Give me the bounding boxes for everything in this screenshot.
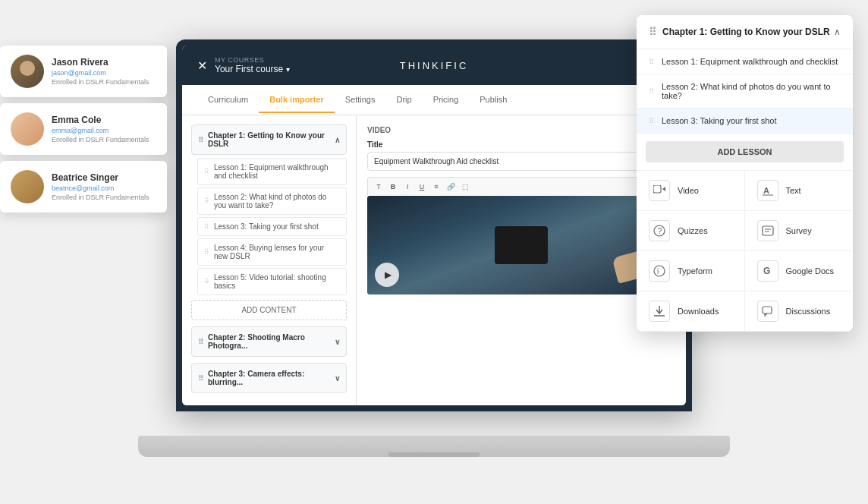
quizzes-type-icon: ? [649, 220, 670, 241]
chapter-2-drag-icon: ⠿ [198, 338, 203, 346]
add-content-button[interactable]: ADD CONTENT [191, 300, 347, 320]
chapter-1-chevron-icon[interactable]: ∧ [335, 136, 340, 144]
survey-type-icon [757, 220, 778, 241]
curriculum-panel: ⠿ Chapter 1: Getting to Know your DSLR ∧… [182, 115, 357, 405]
lesson-type-downloads[interactable]: Downloads [637, 291, 745, 332]
chapter-3-title: Chapter 3: Camera effects: blurring... [208, 370, 335, 386]
lesson-1-3[interactable]: ⠿ Lesson 3: Taking your first shot [197, 217, 347, 236]
app-header: ✕ MY COURSES Your First course THINKIFIC [182, 46, 686, 85]
tab-settings[interactable]: Settings [335, 87, 386, 113]
content-type-label: Video [367, 126, 675, 134]
lesson-1-5-label: Lesson 5: Video tutorial: shooting basic… [214, 273, 340, 290]
svg-text:?: ? [658, 226, 662, 235]
popup-lesson-1[interactable]: ⠿ Lesson 1: Equipment walkthrough and ch… [637, 49, 853, 74]
tab-pricing[interactable]: Pricing [423, 87, 470, 113]
lesson-type-typeform-label: Typeform [678, 266, 712, 276]
discussions-type-icon [757, 301, 778, 322]
popup-lesson-3-drag-icon: ⠿ [649, 117, 654, 125]
chapter-3-chevron-icon[interactable]: ∨ [335, 374, 340, 383]
add-lesson-button[interactable]: ADD LESSON [646, 141, 844, 162]
chapter-3-item: ⠿ Chapter 3: Camera effects: blurring...… [191, 363, 347, 393]
popup-lesson-2[interactable]: ⠿ Lesson 2: What kind of photos do you w… [637, 74, 853, 109]
lesson-1-2-drag-icon: ⠿ [204, 197, 209, 205]
svg-text:A: A [763, 186, 769, 195]
user-email-jason: jason@gmail.com [52, 69, 149, 77]
close-button[interactable]: ✕ [197, 58, 207, 73]
popup-lesson-1-label: Lesson 1: Equipment walkthrough and chec… [662, 57, 838, 66]
svg-point-9 [654, 266, 665, 276]
lesson-type-quizzes[interactable]: ? Quizzes [637, 211, 745, 251]
popup-header-title: ⠿ Chapter 1: Getting to Know your DSLR [649, 26, 830, 38]
user-cards-overlay: Jason Rivera jason@gmail.com Enrolled in… [0, 46, 167, 219]
toolbar-list-btn[interactable]: ≡ [430, 181, 442, 193]
lesson-1-4-label: Lesson 4: Buying lenses for your new DSL… [214, 244, 340, 260]
popup-header: ⠿ Chapter 1: Getting to Know your DSLR ∧ [637, 15, 853, 49]
user-name-emma: Emma Cole [52, 115, 149, 125]
my-courses-label: MY COURSES [215, 56, 290, 64]
lesson-type-discussions[interactable]: Discussions [745, 291, 854, 332]
svg-text:G: G [763, 266, 770, 276]
lesson-1-3-label: Lesson 3: Taking your first shot [214, 222, 319, 231]
lesson-1-4-drag-icon: ⠿ [204, 248, 209, 256]
popup-lesson-3-label: Lesson 3: Taking your first shot [662, 116, 776, 125]
user-card-jason: Jason Rivera jason@gmail.com Enrolled in… [0, 46, 167, 97]
avatar-emma [11, 112, 44, 146]
chapter-2-item: ⠿ Chapter 2: Shooting Macro Photogra... … [191, 326, 347, 357]
text-type-icon: A [757, 180, 778, 201]
lesson-1-2[interactable]: ⠿ Lesson 2: What kind of photos do you w… [197, 187, 347, 215]
lesson-1-5[interactable]: ⠿ Lesson 5: Video tutorial: shooting bas… [197, 268, 347, 295]
lesson-type-text[interactable]: A Text [745, 171, 854, 211]
chapter-3-header[interactable]: ⠿ Chapter 3: Camera effects: blurring...… [191, 363, 347, 393]
lesson-type-typeform[interactable]: i Typeform [637, 251, 745, 291]
popup-collapse-icon[interactable]: ∧ [834, 27, 841, 37]
lesson-1-2-label: Lesson 2: What kind of photos do you wan… [214, 193, 340, 209]
svg-marker-1 [662, 187, 665, 191]
downloads-type-icon [649, 301, 670, 322]
lesson-1-1[interactable]: ⠿ Lesson 1: Equipment walkthrough and ch… [197, 158, 347, 185]
chapter-1-drag-icon: ⠿ [198, 136, 203, 144]
popup-drag-icon: ⠿ [649, 26, 656, 38]
chapter-2-chevron-icon[interactable]: ∨ [335, 338, 340, 346]
user-info-beatrice: Beatrice Singer beatrice@gmail.com Enrol… [52, 172, 149, 201]
title-field-label: Title [367, 140, 675, 149]
lesson-type-popup: ⠿ Chapter 1: Getting to Know your DSLR ∧… [637, 15, 853, 332]
lesson-type-google-docs[interactable]: G Google Docs [745, 251, 854, 291]
typeform-type-icon: i [649, 260, 670, 282]
lesson-type-quizzes-label: Quizzes [678, 226, 708, 235]
lesson-type-video[interactable]: Video [637, 171, 745, 211]
user-info-emma: Emma Cole emma@gmail.com Enrolled in DSL… [52, 115, 149, 143]
user-info-jason: Jason Rivera jason@gmail.com Enrolled in… [52, 57, 149, 86]
toolbar-bold-btn[interactable]: B [387, 181, 399, 193]
user-email-emma: emma@gmail.com [52, 127, 149, 134]
toolbar-underline-btn[interactable]: U [416, 181, 428, 193]
tab-bulk-importer[interactable]: Bulk importer [259, 87, 335, 113]
lesson-1-4[interactable]: ⠿ Lesson 4: Buying lenses for your new D… [197, 238, 347, 266]
lesson-type-google-docs-label: Google Docs [786, 266, 835, 276]
camera-background [367, 196, 675, 295]
title-input[interactable] [367, 152, 675, 171]
chapter-1-header[interactable]: ⠿ Chapter 1: Getting to Know your DSLR ∧ [191, 124, 347, 155]
svg-rect-0 [653, 185, 661, 193]
tab-publish[interactable]: Publish [469, 87, 517, 113]
user-name-jason: Jason Rivera [52, 57, 149, 68]
google-docs-type-icon: G [757, 260, 778, 282]
toolbar-image-btn[interactable]: ⬚ [459, 181, 471, 193]
laptop-base [138, 436, 730, 457]
popup-lesson-1-drag-icon: ⠿ [649, 58, 654, 66]
user-card-beatrice: Beatrice Singer beatrice@gmail.com Enrol… [0, 161, 167, 213]
svg-text:i: i [657, 267, 659, 276]
tab-curriculum[interactable]: Curriculum [197, 87, 259, 113]
chapter-2-header[interactable]: ⠿ Chapter 2: Shooting Macro Photogra... … [191, 326, 347, 357]
popup-lesson-3[interactable]: ⠿ Lesson 3: Taking your first shot [637, 109, 853, 134]
popup-lesson-2-label: Lesson 2: What kind of photos do you wan… [662, 82, 841, 100]
course-name[interactable]: Your First course [215, 64, 290, 74]
toolbar-text-btn[interactable]: T [373, 181, 385, 193]
chapter-1-lessons: ⠿ Lesson 1: Equipment walkthrough and ch… [191, 158, 347, 295]
lesson-type-video-label: Video [678, 186, 699, 195]
toolbar-link-btn[interactable]: 🔗 [445, 181, 457, 193]
play-button[interactable] [375, 263, 399, 287]
toolbar-italic-btn[interactable]: I [401, 181, 414, 193]
lesson-type-survey[interactable]: Survey [745, 211, 854, 251]
tab-drip[interactable]: Drip [385, 87, 422, 113]
user-enrolled-emma: Enrolled in DSLR Fundamentals [52, 136, 149, 143]
